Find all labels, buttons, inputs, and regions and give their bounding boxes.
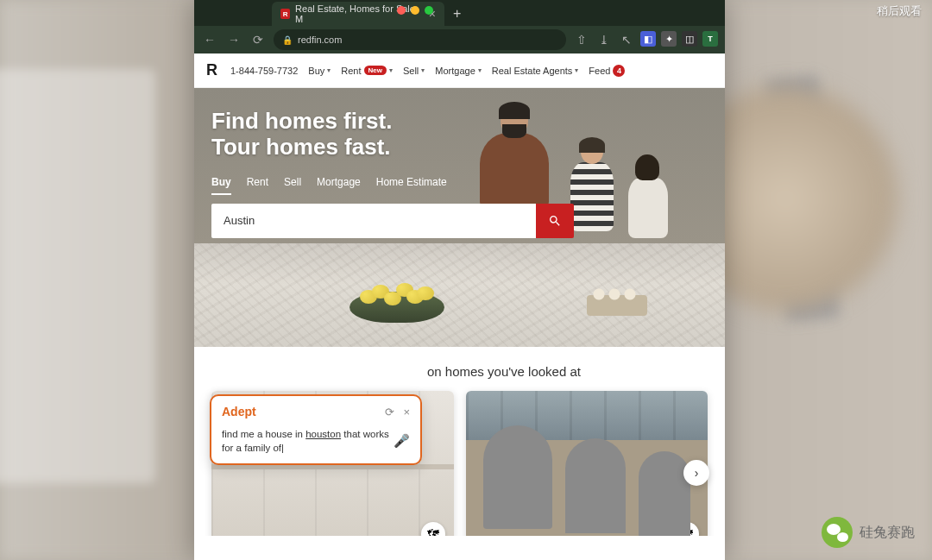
url-field[interactable]: 🔒 redfin.com bbox=[274, 29, 566, 50]
hero-tab-sell[interactable]: Sell bbox=[284, 176, 301, 195]
nav-buy[interactable]: Buy▾ bbox=[308, 66, 331, 76]
chevron-down-icon: ▾ bbox=[421, 66, 425, 74]
extension-icons: ⇧ ⤓ ↖ ◧ ✦ ◫ T bbox=[573, 31, 718, 48]
nav-agents[interactable]: Real Estate Agents▾ bbox=[492, 66, 579, 76]
extension-icon[interactable]: ◧ bbox=[640, 31, 656, 47]
chevron-down-icon: ▾ bbox=[575, 66, 578, 74]
redfin-logo[interactable]: R bbox=[206, 61, 217, 79]
chevron-down-icon: ▾ bbox=[389, 66, 393, 74]
search-box bbox=[211, 204, 574, 238]
forward-button[interactable]: → bbox=[225, 31, 242, 48]
sidepanel-icon[interactable]: ◫ bbox=[682, 31, 697, 47]
wechat-icon bbox=[822, 517, 853, 548]
wechat-badge: 硅兔赛跑 bbox=[822, 517, 915, 548]
hero-section: Find homes first. Tour homes fast. Buy R… bbox=[194, 88, 725, 347]
hero-headline: Find homes first. Tour homes fast. bbox=[211, 109, 708, 160]
map-icon[interactable]: 🗺 bbox=[421, 522, 445, 536]
nav-sell[interactable]: Sell▾ bbox=[403, 66, 425, 76]
address-bar: ← → ⟳ 🔒 redfin.com ⇧ ⤓ ↖ ◧ ✦ ◫ T bbox=[194, 26, 725, 53]
adept-logo: Adept bbox=[222, 405, 256, 418]
download-icon[interactable]: ⤓ bbox=[595, 31, 613, 48]
chevron-down-icon: ▾ bbox=[478, 66, 482, 74]
minimize-window-icon[interactable] bbox=[411, 6, 419, 15]
hero-tab-mortgage[interactable]: Mortgage bbox=[317, 176, 361, 195]
site-nav: R 1-844-759-7732 Buy▾ RentNew▾ Sell▾ Mor… bbox=[194, 53, 725, 88]
search-input[interactable] bbox=[211, 204, 536, 238]
reload-button[interactable]: ⟳ bbox=[249, 31, 267, 48]
new-badge: New bbox=[364, 66, 387, 75]
nav-mortgage[interactable]: Mortgage▾ bbox=[435, 66, 481, 76]
adept-text: find me a house in houston that works fo… bbox=[222, 427, 410, 455]
microphone-icon[interactable]: 🎤 bbox=[394, 433, 410, 449]
feed-heading: on homes you've looked at bbox=[211, 364, 708, 379]
window-controls bbox=[397, 6, 433, 15]
favicon-icon: R bbox=[280, 9, 290, 19]
search-icon bbox=[548, 214, 562, 228]
property-card[interactable]: 🗺 bbox=[466, 391, 708, 536]
url-text: redfin.com bbox=[298, 35, 342, 45]
profile-icon[interactable]: T bbox=[702, 31, 718, 47]
tab-bar: R Real Estate, Homes for Sale, M × + bbox=[194, 0, 725, 26]
next-arrow-button[interactable]: › bbox=[683, 460, 709, 486]
feed-count-badge: 4 bbox=[613, 65, 625, 77]
nav-feed[interactable]: Feed4 bbox=[589, 65, 625, 77]
new-tab-button[interactable]: + bbox=[444, 2, 469, 26]
hero-tab-estimate[interactable]: Home Estimate bbox=[376, 176, 447, 195]
page-content: R 1-844-759-7732 Buy▾ RentNew▾ Sell▾ Mor… bbox=[194, 53, 725, 536]
hero-tab-rent[interactable]: Rent bbox=[247, 176, 268, 195]
close-icon[interactable]: × bbox=[403, 406, 410, 418]
hero-tab-buy[interactable]: Buy bbox=[211, 176, 231, 195]
extensions-menu-icon[interactable]: ✦ bbox=[661, 31, 677, 47]
wechat-account-name: 硅兔赛跑 bbox=[860, 524, 915, 542]
nav-rent[interactable]: RentNew▾ bbox=[341, 66, 393, 76]
adept-input[interactable]: find me a house in houston that works fo… bbox=[222, 427, 410, 455]
adept-widget: Adept ⟳ × find me a house in houston tha… bbox=[210, 394, 422, 465]
search-button[interactable] bbox=[536, 204, 574, 238]
video-overlay-text: 稍后观看 bbox=[877, 3, 922, 19]
map-icon[interactable]: 🗺 bbox=[675, 522, 699, 536]
maximize-window-icon[interactable] bbox=[425, 6, 433, 15]
lock-icon: 🔒 bbox=[282, 35, 293, 45]
close-window-icon[interactable] bbox=[397, 6, 406, 15]
cursor-icon[interactable]: ↖ bbox=[618, 31, 635, 48]
back-button[interactable]: ← bbox=[201, 31, 218, 48]
browser-window: R Real Estate, Homes for Sale, M × + ← →… bbox=[194, 0, 725, 560]
hero-tabs: Buy Rent Sell Mortgage Home Estimate bbox=[211, 176, 708, 195]
nav-phone[interactable]: 1-844-759-7732 bbox=[230, 66, 298, 76]
share-icon[interactable]: ⇧ bbox=[573, 31, 590, 48]
chevron-down-icon: ▾ bbox=[327, 66, 331, 74]
refresh-icon[interactable]: ⟳ bbox=[385, 406, 394, 418]
